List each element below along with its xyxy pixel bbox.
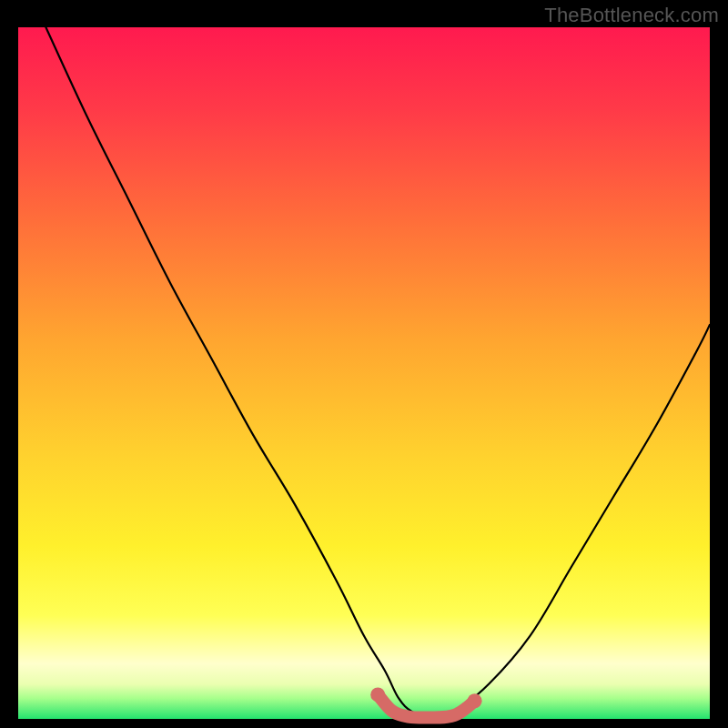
chart-svg	[18, 27, 710, 719]
bottleneck-curve	[46, 27, 710, 719]
plot-area	[18, 27, 710, 719]
fit-marker-curve	[378, 694, 474, 717]
fit-marker-endpoint-right	[468, 693, 482, 708]
watermark-text: TheBottleneck.com	[544, 4, 719, 27]
chart-stage: TheBottleneck.com	[0, 0, 728, 728]
fit-marker-endpoint-left	[370, 687, 385, 702]
